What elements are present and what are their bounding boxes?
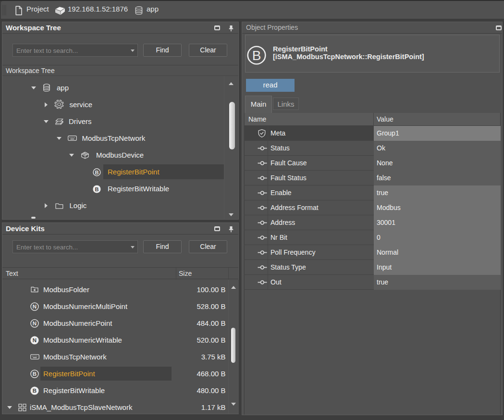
svg-text:N: N xyxy=(33,321,37,326)
svg-text:N: N xyxy=(33,304,37,309)
svg-text:B: B xyxy=(33,388,37,394)
svg-text:B: B xyxy=(95,169,99,175)
svg-text:B: B xyxy=(252,48,261,63)
svg-text:B: B xyxy=(95,186,99,192)
svg-text:B: B xyxy=(33,371,37,377)
svg-text:N: N xyxy=(33,337,37,343)
